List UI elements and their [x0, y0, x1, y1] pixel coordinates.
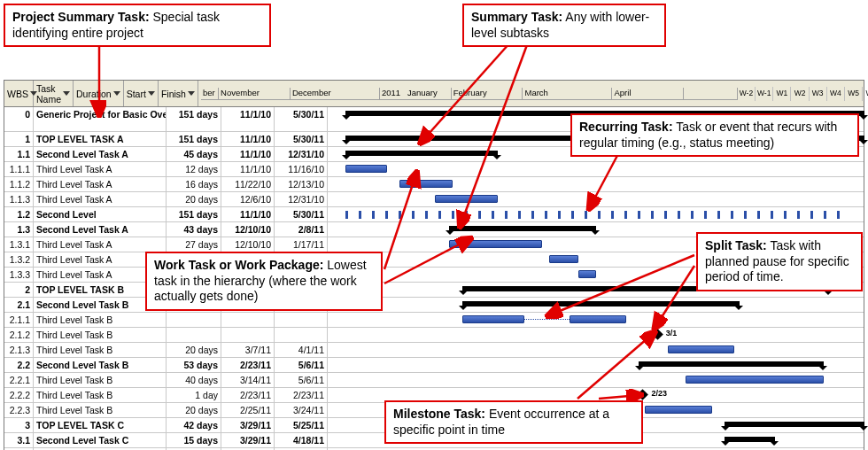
col-header-task[interactable]: Task Name	[34, 81, 74, 106]
finish-cell[interactable]: 3/24/11	[275, 403, 328, 417]
work-bar[interactable]	[686, 376, 824, 384]
finish-cell[interactable]: 5/30/11	[275, 107, 328, 131]
duration-cell[interactable]: 12 days	[167, 162, 221, 176]
dropdown-icon[interactable]	[63, 91, 70, 96]
finish-cell[interactable]: 11/16/10	[275, 162, 328, 176]
work-bar[interactable]	[549, 255, 577, 263]
gantt-chart-cell[interactable]	[328, 358, 864, 372]
task-name-cell[interactable]: Third Level Task B	[34, 388, 167, 402]
summary-bar[interactable]	[345, 151, 498, 156]
wbs-cell[interactable]: 2.1.3	[4, 343, 34, 357]
finish-cell[interactable]	[275, 328, 328, 342]
duration-cell[interactable]: 43 days	[167, 222, 221, 237]
task-row[interactable]: 1.1.1Third Level Task A12 days11/1/1011/…	[4, 162, 864, 177]
task-name-cell[interactable]: Third Level Task B	[34, 313, 167, 327]
work-bar[interactable]	[645, 406, 713, 414]
start-cell[interactable]: 12/10/10	[221, 237, 275, 252]
task-row[interactable]: 2.1.3Third Level Task B20 days3/7/114/1/…	[4, 343, 864, 358]
start-cell[interactable]: 11/1/10	[221, 162, 275, 176]
summary-bar[interactable]	[449, 226, 596, 231]
wbs-cell[interactable]: 2.2.2	[4, 388, 34, 402]
wbs-cell[interactable]: 1.1.1	[4, 162, 34, 176]
finish-cell[interactable]: 12/31/10	[275, 192, 328, 206]
finish-cell[interactable]: 12/31/10	[275, 147, 328, 161]
task-name-cell[interactable]: Generic Project for Basic Overview	[34, 107, 167, 131]
gantt-chart-cell[interactable]	[328, 162, 864, 176]
gantt-chart-cell[interactable]	[328, 343, 864, 357]
wbs-cell[interactable]: 2.2.3	[4, 403, 34, 417]
milestone-diamond-icon[interactable]	[638, 389, 649, 400]
work-bar[interactable]	[399, 180, 453, 188]
duration-cell[interactable]: 42 days	[167, 418, 221, 432]
work-bar[interactable]	[578, 270, 596, 278]
finish-cell[interactable]	[275, 313, 328, 327]
work-bar[interactable]	[668, 345, 734, 353]
duration-cell[interactable]: 20 days	[167, 403, 221, 417]
start-cell[interactable]	[221, 313, 275, 327]
dropdown-icon[interactable]	[188, 91, 195, 96]
work-bar[interactable]	[570, 315, 627, 323]
duration-cell[interactable]: 53 days	[167, 358, 221, 372]
gantt-chart-cell[interactable]	[328, 192, 864, 206]
task-name-cell[interactable]: Third Level Task B	[34, 403, 167, 417]
recurring-ticks[interactable]	[345, 210, 850, 218]
task-row[interactable]: 2.1.2Third Level Task B3/1	[4, 328, 864, 343]
task-name-cell[interactable]: Second Level Task A	[34, 147, 167, 161]
finish-cell[interactable]: 1/17/11	[275, 237, 328, 252]
task-name-cell[interactable]: Second Level Task B	[34, 358, 167, 372]
start-cell[interactable]: 12/6/10	[221, 192, 275, 206]
col-header-wbs[interactable]: WBS	[4, 81, 34, 106]
start-cell[interactable]: 11/1/10	[221, 207, 275, 221]
start-cell[interactable]: 2/23/11	[221, 388, 275, 402]
wbs-cell[interactable]: 1.2	[4, 207, 34, 221]
gantt-chart-cell[interactable]	[328, 373, 864, 387]
milestone-diamond-icon[interactable]	[652, 329, 663, 340]
wbs-cell[interactable]: 2.1	[4, 298, 34, 312]
gantt-chart-cell[interactable]: 3/1	[328, 328, 864, 342]
start-cell[interactable]: 11/1/10	[221, 132, 275, 146]
start-cell[interactable]: 3/14/11	[221, 373, 275, 387]
task-name-cell[interactable]: Third Level Task A	[34, 237, 167, 252]
gantt-chart-cell[interactable]	[328, 313, 864, 327]
col-header-finish[interactable]: Finish	[159, 81, 198, 106]
wbs-cell[interactable]: 3	[4, 418, 34, 432]
start-cell[interactable]: 3/29/11	[221, 418, 275, 432]
wbs-cell[interactable]: 2.2	[4, 358, 34, 372]
task-row[interactable]: 2.2.1Third Level Task B40 days3/14/115/6…	[4, 373, 864, 388]
finish-cell[interactable]: 5/6/11	[275, 373, 328, 387]
duration-cell[interactable]: 27 days	[167, 237, 221, 252]
wbs-cell[interactable]: 1.3.3	[4, 268, 34, 282]
wbs-cell[interactable]: 2.1.1	[4, 313, 34, 327]
wbs-cell[interactable]: 3.1	[4, 433, 34, 447]
gantt-chart-cell[interactable]	[328, 207, 864, 221]
summary-bar[interactable]	[725, 437, 775, 442]
summary-bar[interactable]	[639, 361, 823, 367]
wbs-cell[interactable]: 1.1	[4, 147, 34, 161]
finish-cell[interactable]: 4/18/11	[275, 433, 328, 447]
task-name-cell[interactable]: Third Level Task A	[34, 162, 167, 176]
finish-cell[interactable]: 5/30/11	[275, 207, 328, 221]
task-row[interactable]: 1.1.2Third Level Task A16 days11/22/1012…	[4, 177, 864, 192]
start-cell[interactable]: 3/7/11	[221, 343, 275, 357]
task-name-cell[interactable]: TOP LEVEL TASK A	[34, 132, 167, 146]
wbs-cell[interactable]: 2	[4, 283, 34, 297]
finish-cell[interactable]: 5/25/11	[275, 418, 328, 432]
task-name-cell[interactable]: Third Level Task A	[34, 177, 167, 191]
wbs-cell[interactable]: 1.1.2	[4, 177, 34, 191]
duration-cell[interactable]	[167, 328, 221, 342]
dropdown-icon[interactable]	[113, 91, 120, 96]
start-cell[interactable]: 3/29/11	[221, 433, 275, 447]
duration-cell[interactable]: 20 days	[167, 192, 221, 206]
task-name-cell[interactable]: Third Level Task B	[34, 373, 167, 387]
work-bar[interactable]	[462, 315, 525, 323]
duration-cell[interactable]	[167, 313, 221, 327]
task-row[interactable]: 2.1Second Level Task B	[4, 298, 864, 313]
start-cell[interactable]	[221, 328, 275, 342]
task-row[interactable]: 1.1.3Third Level Task A20 days12/6/1012/…	[4, 192, 864, 207]
task-name-cell[interactable]: Third Level Task B	[34, 328, 167, 342]
finish-cell[interactable]: 5/6/11	[275, 358, 328, 372]
finish-cell[interactable]: 12/13/10	[275, 177, 328, 191]
task-name-cell[interactable]: Second Level Task C	[34, 433, 167, 447]
col-header-duration[interactable]: Duration	[74, 81, 124, 106]
duration-cell[interactable]: 151 days	[167, 132, 221, 146]
